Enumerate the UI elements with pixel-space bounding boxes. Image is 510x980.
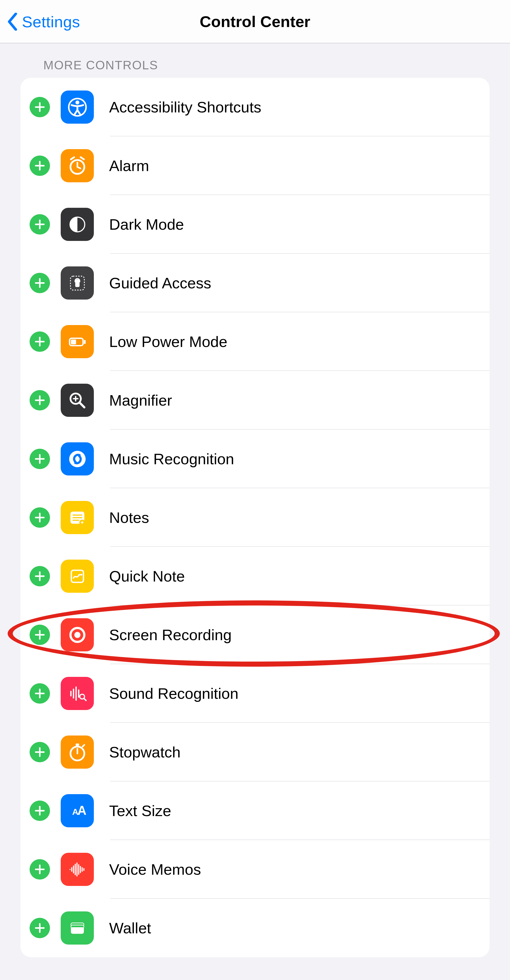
row-quick-note[interactable]: Quick Note [21,547,489,606]
control-label: Stopwatch [109,743,180,761]
add-button[interactable] [30,331,50,352]
plus-icon [34,746,45,758]
control-label: Screen Recording [109,626,231,644]
add-button[interactable] [30,566,50,586]
plus-icon [34,923,45,934]
control-label: Sound Recognition [109,685,238,702]
row-guided-access[interactable]: Guided Access [21,254,489,312]
row-text-size[interactable]: Text Size [21,781,489,840]
back-button[interactable]: Settings [7,0,80,43]
plus-icon [34,160,45,171]
row-notes[interactable]: Notes [21,488,489,547]
lock-dashed-icon [61,266,94,299]
add-button[interactable] [30,859,50,880]
add-button[interactable] [30,508,50,528]
section-header: MORE CONTROLS [0,43,510,78]
add-button[interactable] [30,742,50,762]
control-label: Accessibility Shortcuts [109,99,261,116]
control-label: Voice Memos [109,861,201,878]
add-button[interactable] [30,156,50,176]
add-button[interactable] [30,449,50,469]
row-voice-memos[interactable]: Voice Memos [21,840,489,899]
add-button[interactable] [30,625,50,645]
plus-icon [34,864,45,875]
plus-icon [34,571,45,582]
control-label: Dark Mode [109,216,184,233]
control-label: Guided Access [109,274,211,292]
waveform-search-icon [61,677,94,710]
control-label: Low Power Mode [109,333,228,350]
back-label: Settings [22,13,80,31]
navbar: Settings Control Center [0,0,510,43]
control-label: Alarm [109,157,149,175]
row-alarm[interactable]: Alarm [21,137,489,195]
control-label: Quick Note [109,568,185,585]
control-label: Notes [109,509,149,527]
plus-icon [34,336,45,347]
battery-low-icon [61,325,94,358]
record-circle-icon [61,618,94,651]
control-label: Magnifier [109,391,172,409]
stopwatch-icon [61,735,94,768]
row-stopwatch[interactable]: Stopwatch [21,723,489,781]
plus-icon [34,688,45,699]
row-low-power-mode[interactable]: Low Power Mode [21,312,489,371]
shazam-icon [61,442,94,476]
quick-note-icon [61,560,94,593]
plus-icon [34,805,45,816]
row-sound-recognition[interactable]: Sound Recognition [21,664,489,723]
add-button[interactable] [30,214,50,235]
add-button[interactable] [30,390,50,410]
plus-icon [34,453,45,465]
plus-icon [34,629,45,640]
plus-icon [34,395,45,406]
add-button[interactable] [30,273,50,293]
row-accessibility-shortcuts[interactable]: Accessibility Shortcuts [21,78,489,137]
control-label: Wallet [109,920,151,937]
control-label: Text Size [109,802,171,819]
row-magnifier[interactable]: Magnifier [21,371,489,430]
row-wallet[interactable]: Wallet [21,899,489,957]
magnifying-glass-plus-icon [61,384,94,417]
add-button[interactable] [30,683,50,704]
chevron-left-icon [7,13,18,30]
accessibility-icon [61,91,94,124]
text-size-icon [61,794,94,827]
alarm-clock-icon [61,149,94,182]
control-label: Music Recognition [109,450,234,468]
row-music-recognition[interactable]: Music Recognition [21,430,489,488]
waveform-icon [61,853,94,886]
add-button[interactable] [30,918,50,938]
more-controls-list: Accessibility ShortcutsAlarmDark ModeGui… [21,78,489,957]
plus-icon [34,277,45,289]
plus-icon [34,102,45,113]
plus-icon [34,219,45,230]
content: MORE CONTROLS Accessibility ShortcutsAla… [0,43,510,957]
add-button[interactable] [30,97,50,117]
wallet-icon [61,912,94,945]
dark-mode-icon [61,208,94,241]
row-screen-recording[interactable]: Screen Recording [21,606,489,664]
row-dark-mode[interactable]: Dark Mode [21,195,489,254]
add-button[interactable] [30,800,50,821]
notes-add-icon [61,501,94,534]
plus-icon [34,512,45,523]
